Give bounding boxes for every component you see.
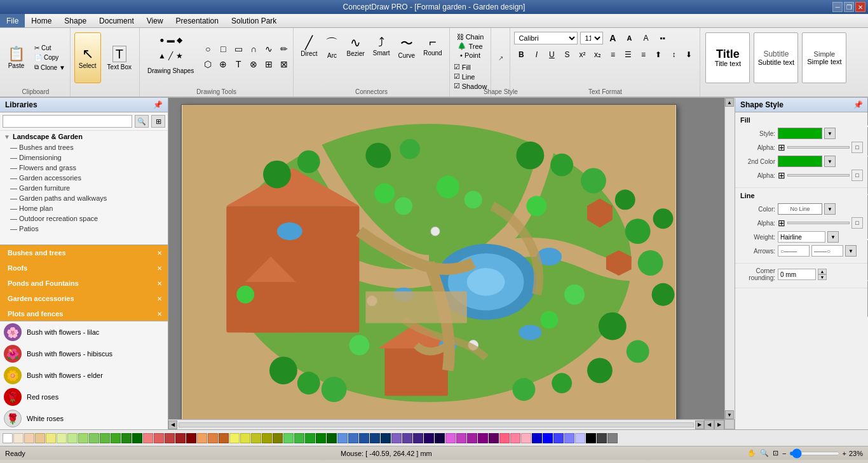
fill-alpha-slider[interactable] (787, 146, 850, 149)
tree-item-home[interactable]: — Home plan (0, 203, 168, 213)
cut-button[interactable]: ✂ Cut (32, 44, 67, 52)
align-center-button[interactable]: ☰ (621, 48, 635, 61)
subtitle-style-box[interactable]: Subtitle Subtitle text (754, 32, 798, 83)
line-alpha-slider[interactable] (787, 222, 850, 224)
swatch-52[interactable] (564, 433, 574, 443)
swatch-41[interactable] (445, 433, 456, 443)
swatch-14[interactable] (154, 433, 164, 443)
font-options-button[interactable]: ▪▪ (655, 32, 669, 44)
simple-style-box[interactable]: Simple Simple text (802, 32, 846, 83)
scroll-left-canvas[interactable]: ◀ (168, 420, 177, 429)
align-left-button[interactable]: ≡ (606, 48, 620, 61)
line-alpha-input[interactable]: □ (851, 217, 863, 229)
swatch-3[interactable] (35, 433, 45, 443)
corner-input[interactable] (778, 269, 816, 280)
italic-button[interactable]: I (529, 48, 543, 61)
arrows-end[interactable]: ——○ (811, 245, 843, 257)
tree-item-outdoor[interactable]: — Outdoor recreation space (0, 213, 168, 224)
menu-view[interactable]: View (140, 14, 170, 27)
palette-roofs-close[interactable]: ✕ (155, 264, 164, 272)
minimize-button[interactable]: ─ (832, 2, 843, 12)
swatch-47[interactable] (510, 433, 520, 443)
valign-mid-button[interactable]: ↕ (667, 48, 681, 61)
swatch-37[interactable] (402, 433, 412, 443)
drawing-shapes-button[interactable]: ● ▬ ◆ ▲ ╱ ★ Drawing Shapes (144, 30, 198, 79)
menu-presentation[interactable]: Presentation (170, 14, 225, 27)
menu-file[interactable]: File (0, 14, 25, 27)
item-red-roses[interactable]: 🌹 Red roses (0, 386, 168, 408)
zoom-slider[interactable] (789, 452, 840, 455)
swatch-2[interactable] (24, 433, 34, 443)
fill-style-dropdown[interactable]: ▼ (824, 128, 836, 139)
scroll-down-canvas[interactable]: ▼ (725, 410, 734, 419)
menu-home[interactable]: Home (25, 14, 58, 27)
swatch-1[interactable] (13, 433, 24, 443)
item-hibiscus[interactable]: 🌺 Bush with flowers - hibiscus (0, 343, 168, 365)
underline-button[interactable]: U (545, 48, 559, 61)
tree-item-patios[interactable]: — Patios (0, 224, 168, 234)
palette-plots-close[interactable]: ✕ (155, 309, 164, 318)
fill-alpha-input[interactable]: □ (851, 142, 863, 153)
shape-style-pin[interactable]: 📌 (853, 100, 863, 109)
tree-item-flowers[interactable]: — Flowers and grass (0, 163, 168, 173)
swatch-17[interactable] (186, 433, 196, 443)
swatch-38[interactable] (413, 433, 423, 443)
menu-solution-park[interactable]: Solution Park (225, 14, 283, 27)
item-elder[interactable]: 🌼 Bush with flowers - elder (0, 365, 168, 386)
swatch-28[interactable] (305, 433, 315, 443)
swatch-16[interactable] (175, 433, 186, 443)
search-button[interactable]: 🔍 (135, 115, 149, 128)
paste-button[interactable]: 📋 Paste (4, 32, 29, 83)
swatch-4[interactable] (46, 433, 56, 443)
swatch-dark-gray[interactable] (597, 433, 607, 443)
fill-color-box[interactable] (778, 128, 822, 139)
second-alpha-input[interactable]: □ (851, 170, 863, 181)
swatch-53[interactable] (575, 433, 585, 443)
swatch-42[interactable] (456, 433, 466, 443)
swatch-51[interactable] (553, 433, 564, 443)
second-alpha-slider[interactable] (787, 174, 850, 177)
swatch-26[interactable] (283, 433, 294, 443)
valign-bot-button[interactable]: ⬇ (682, 48, 696, 61)
swatch-29[interactable] (316, 433, 326, 443)
second-color-box[interactable] (778, 156, 822, 167)
swatch-50[interactable] (543, 433, 553, 443)
shape-style-expander[interactable]: ↗ (498, 55, 503, 62)
swatch-48[interactable] (521, 433, 531, 443)
palette-bushes-close[interactable]: ✕ (155, 248, 164, 257)
search-input[interactable] (3, 115, 132, 128)
zoom-out-button[interactable]: − (782, 450, 786, 457)
round-button[interactable]: ⌐ Round (420, 33, 445, 58)
swatch-39[interactable] (424, 433, 434, 443)
hand-tool[interactable]: ✋ (747, 449, 756, 457)
swatch-5[interactable] (57, 433, 67, 443)
swatch-white[interactable] (3, 433, 13, 443)
corner-down[interactable]: ▼ (818, 274, 827, 280)
tree-item-garden-furn[interactable]: — Garden furniture (0, 183, 168, 193)
dt-extra2[interactable]: ⊠ (275, 55, 293, 73)
menu-document[interactable]: Document (93, 14, 140, 27)
zoom-actual-icon[interactable]: ⊡ (773, 449, 778, 457)
font-grow-button[interactable]: A (606, 32, 620, 44)
swatch-25[interactable] (273, 433, 283, 443)
swatch-43[interactable] (467, 433, 477, 443)
swatch-8[interactable] (89, 433, 99, 443)
swatch-black[interactable] (586, 433, 596, 443)
swatch-13[interactable] (143, 433, 153, 443)
weight-dropdown[interactable]: ▼ (827, 231, 839, 243)
item-white-roses[interactable]: 🌹 White roses (0, 408, 168, 429)
swatch-12[interactable] (132, 433, 142, 443)
vertical-scrollbar[interactable]: ▲ ▼ (724, 98, 735, 419)
swatch-20[interactable] (219, 433, 229, 443)
swatch-9[interactable] (100, 433, 110, 443)
curve-button[interactable]: 〜 Curve (395, 33, 419, 61)
swatch-18[interactable] (197, 433, 207, 443)
select-button[interactable]: ↖ Select (74, 32, 101, 83)
view-toggle-button[interactable]: ⊞ (151, 115, 165, 128)
palette-ponds-close[interactable]: ✕ (155, 279, 164, 288)
superscript-button[interactable]: x² (575, 48, 589, 61)
smart-button[interactable]: ⤴ Smart (370, 33, 393, 58)
second-color-dropdown[interactable]: ▼ (824, 156, 836, 167)
horizontal-scrollbar[interactable]: ◀ ▶ ◀ ▶ (168, 419, 724, 429)
menu-shape[interactable]: Shape (58, 14, 93, 27)
